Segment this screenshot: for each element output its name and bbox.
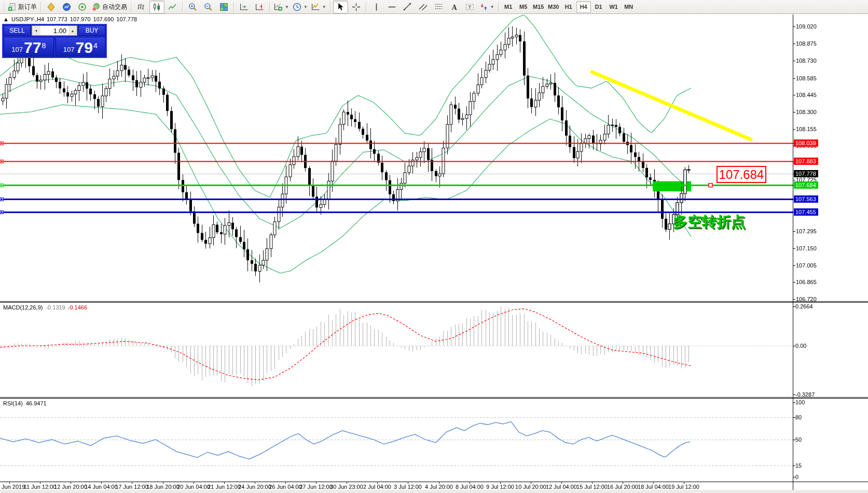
timeframe-M1[interactable]: M1	[501, 1, 516, 13]
rsi-name: RSI(14)	[3, 400, 23, 406]
timeframe-D1[interactable]: D1	[591, 1, 606, 13]
sell-price-sup: 8	[42, 43, 46, 48]
chart-shift-button[interactable]	[252, 1, 267, 13]
rsi-tick: 50	[795, 436, 802, 443]
chevron-down-icon: ▼	[490, 5, 494, 9]
time-label: 16 Jul 20:00	[607, 484, 638, 490]
time-label: 18 Jul 04:00	[638, 484, 669, 490]
text-icon: A	[450, 3, 459, 11]
price-tag-107.684: 107.684	[794, 181, 818, 189]
time-label: 26 Jun 04:00	[269, 484, 302, 490]
metaeditor-button[interactable]	[44, 1, 59, 13]
rsi-label: RSI(14)46.9471	[3, 400, 47, 406]
price-tag-107.455: 107.455	[794, 208, 818, 216]
collapse-arrow-icon[interactable]: ▲	[3, 16, 9, 22]
time-label: 30 Jun 23:00	[330, 484, 363, 490]
text-button[interactable]: A	[447, 1, 462, 13]
buy-price-box[interactable]: 107 79 4	[56, 37, 106, 57]
equidistant-channel-button[interactable]	[416, 1, 431, 13]
auto-scroll-button[interactable]	[237, 1, 252, 13]
signals-button[interactable]	[75, 1, 90, 13]
crosshair-button[interactable]	[349, 1, 364, 13]
toolbar-separator	[269, 2, 270, 12]
price-callout-label[interactable]: 107.684	[717, 166, 766, 183]
vertical-line-button[interactable]	[369, 1, 384, 13]
rsi-tick: 100	[795, 399, 805, 405]
price-tag-107.883: 107.883	[794, 158, 818, 165]
toolbar-separator	[330, 2, 331, 12]
mt4-window: 新订单自动交易▼▼▼AT▼M1M5M15M30H1H4D1W1MN ▲USDJP…	[0, 0, 868, 493]
equidistant-channel-icon	[419, 3, 428, 11]
horizontal-line-icon	[388, 3, 396, 11]
tile-windows-icon	[219, 3, 228, 11]
price-tick: 107.150	[796, 245, 817, 251]
price-tick: 108.730	[796, 58, 817, 64]
time-label: 10 Jun 2019	[0, 484, 25, 490]
fibonacci-button[interactable]	[431, 1, 446, 13]
price-chart-canvas[interactable]	[0, 14, 868, 493]
market-watch-button[interactable]	[59, 1, 74, 13]
zoom-out-button[interactable]	[201, 1, 216, 13]
trendline-icon	[403, 3, 412, 11]
trendline-button[interactable]	[400, 1, 415, 13]
timeframe-M5[interactable]: M5	[516, 1, 531, 13]
zoom-in-button[interactable]	[185, 1, 200, 13]
periods-button[interactable]: ▼	[291, 1, 309, 13]
price-tick: 106.865	[796, 279, 817, 285]
volume-down-button[interactable]: ▼	[32, 26, 40, 35]
window-bottom-strip	[0, 490, 868, 493]
svg-text:A: A	[451, 3, 457, 11]
timeframe-M30[interactable]: M30	[546, 1, 561, 13]
price-tick: 107.005	[796, 262, 817, 269]
macd-tick: 0.2664	[795, 303, 813, 309]
line-chart-button[interactable]	[165, 1, 180, 13]
ohlc-open: 107.773	[47, 16, 67, 22]
time-label: 27 Jun 12:00	[299, 484, 333, 490]
cursor-icon	[336, 3, 345, 11]
price-tick: 109.020	[796, 23, 817, 30]
templates-button[interactable]: ▼	[310, 1, 328, 13]
volume-input[interactable]	[40, 26, 68, 35]
time-label: 12 Jun 20:00	[54, 484, 87, 490]
ohlc-low: 107.690	[93, 16, 114, 22]
chevron-down-icon: ▼	[285, 5, 289, 9]
timeframe-H1[interactable]: H1	[561, 1, 576, 13]
candlestick-button[interactable]	[149, 1, 164, 13]
time-label: 9 Jul 12:00	[486, 484, 514, 490]
buy-price-big: 79	[76, 41, 93, 54]
market-watch-icon	[62, 3, 71, 11]
buy-button[interactable]: BUY	[78, 25, 105, 36]
cursor-button[interactable]	[333, 1, 348, 13]
time-label: 24 Jun 20:00	[238, 484, 271, 490]
bar-chart-button[interactable]	[134, 1, 149, 13]
timeframe-H4[interactable]: H4	[576, 1, 591, 13]
timeframe-W1[interactable]: W1	[607, 1, 621, 13]
timeframe-MN[interactable]: MN	[622, 1, 636, 13]
price-tick: 108.875	[796, 40, 817, 47]
chevron-down-icon: ▼	[304, 5, 308, 9]
horizontal-line-button[interactable]	[384, 1, 399, 13]
chinese-annotation[interactable]: 多空转折点	[673, 212, 746, 232]
sell-price-box[interactable]: 107 77 8	[4, 37, 54, 57]
ohlc-high: 107.970	[70, 16, 91, 22]
volume-stepper: ▼ ▲	[32, 25, 77, 36]
arrows-button[interactable]: ▼	[478, 1, 496, 13]
indicators-button[interactable]: ▼	[272, 1, 291, 13]
auto-trading-button[interactable]: 自动交易	[90, 1, 129, 13]
volume-up-button[interactable]: ▲	[68, 26, 77, 35]
periods-icon	[293, 3, 301, 11]
time-label: 4 Jul 20:00	[425, 484, 453, 490]
symbol-name: USDJPY-,H4	[11, 16, 44, 22]
line-chart-icon	[168, 3, 177, 11]
price-tick: 108.445	[796, 92, 817, 98]
timeframe-M15[interactable]: M15	[531, 1, 546, 13]
tile-windows-button[interactable]	[216, 1, 231, 13]
auto-scroll-icon	[240, 3, 249, 11]
sell-button[interactable]: SELL	[4, 25, 31, 36]
new-order-button[interactable]: 新订单	[6, 1, 38, 13]
price-tag-107.778: 107.778	[794, 170, 818, 177]
text-label-button[interactable]: T	[462, 1, 477, 13]
toolbar-separator	[40, 2, 42, 12]
time-label: 20 Jun 04:00	[177, 484, 210, 490]
ohlc-close: 107.778	[116, 16, 137, 22]
